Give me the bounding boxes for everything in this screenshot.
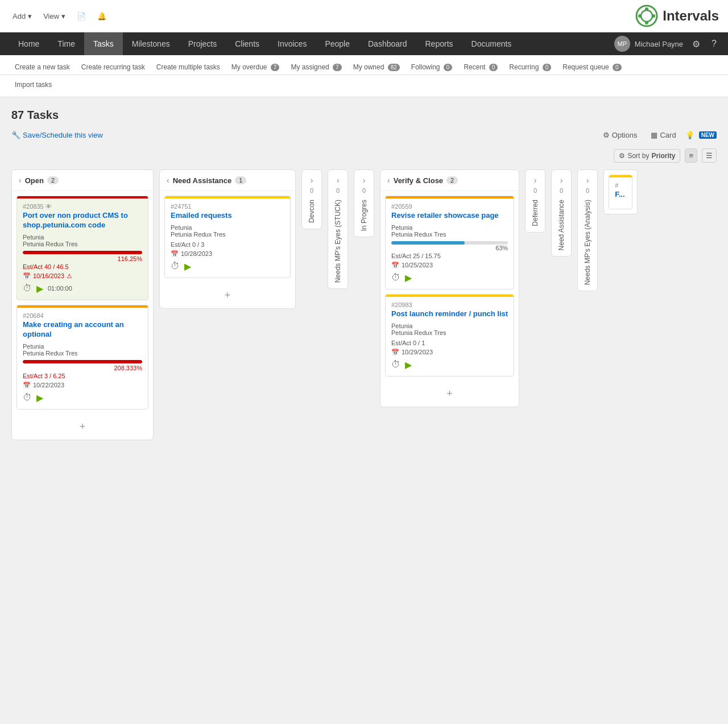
card-20835-id: #20835 👁 — [23, 203, 142, 210]
compact-view-toggle[interactable]: ☰ — [702, 148, 717, 163]
col-need-assistance-body: #24751 Emailed requests Petunia Petunia … — [160, 191, 295, 283]
col-verify-close: ‹ Verify & Close 2 #20559 Revise retaile… — [380, 169, 519, 407]
notifications-button[interactable]: 🔔 — [94, 10, 110, 23]
card-20835-client: Petunia Redux Tres — [23, 241, 142, 247]
card-20983-id: #20983 — [391, 301, 508, 308]
card-20684-progress — [23, 360, 142, 363]
subnav-my-overdue[interactable]: My overdue 7 — [226, 60, 286, 75]
card-20559-date: 📅 10/25/2023 — [391, 262, 508, 269]
card-20559[interactable]: #20559 Revise retailer showcase page Pet… — [385, 196, 514, 289]
card-24751-timer-btn[interactable]: ⏱ — [171, 261, 180, 271]
subnav-request-queue[interactable]: Request queue 0 — [557, 60, 627, 75]
nav-item-tasks[interactable]: Tasks — [84, 32, 123, 55]
col-verify-close-add-btn[interactable]: + — [385, 383, 514, 404]
col-open-add-btn[interactable]: + — [16, 416, 148, 437]
card-20684-client: Petunia Redux Tres — [23, 350, 142, 357]
col-verify-close-toggle[interactable]: ‹ — [387, 176, 390, 185]
col-needs-mp-stuck-label: Needs MP's Eyes (STUCK) — [334, 200, 342, 283]
card-20835-timer-btn[interactable]: ⏱ — [23, 283, 32, 293]
card-20684[interactable]: #20684 Make creating an account an optio… — [16, 305, 148, 409]
card-20559-title[interactable]: Revise retailer showcase page — [391, 211, 508, 221]
card-20559-pct: 63% — [391, 245, 508, 251]
col-needs-mp-stuck-toggle[interactable]: › — [337, 176, 340, 185]
options-button[interactable]: ⚙ Options — [598, 129, 642, 142]
card-24751-title[interactable]: Emailed requests — [171, 211, 284, 221]
notes-button[interactable]: 📄 — [73, 10, 89, 23]
subnav-my-assigned[interactable]: My assigned 7 — [285, 60, 347, 75]
col-needs-mp-analysis-toggle[interactable]: › — [586, 176, 589, 185]
card-24751-project: Petunia — [171, 224, 284, 231]
col-open-toggle[interactable]: ‹ — [19, 176, 22, 185]
board: ‹ Open 2 #20835 👁 Port over non product … — [11, 169, 717, 440]
card-20559-play-btn[interactable]: ▶ — [405, 272, 412, 283]
list-view-toggle[interactable]: ≡ — [685, 148, 697, 163]
subnav-create-multiple-tasks[interactable]: Create multiple tasks — [151, 60, 226, 75]
nav-item-clients[interactable]: Clients — [226, 32, 268, 55]
card-20983-title[interactable]: Post launch reminder / punch list — [391, 309, 508, 319]
card-20559-priority-bar — [386, 196, 514, 198]
card-20983-play-btn[interactable]: ▶ — [405, 359, 412, 370]
col-partial-body: # F... — [604, 170, 637, 214]
card-20684-actions: ⏱ ▶ — [23, 392, 142, 403]
toolbar-right: ⚙ Options ▦ Card 💡 NEW — [598, 129, 717, 142]
col-need-assistance-footer: + — [160, 283, 295, 308]
nav-item-reports[interactable]: Reports — [416, 32, 462, 55]
col-devcon-label: Devcon — [308, 200, 316, 223]
view-button[interactable]: View ▾ — [40, 10, 69, 23]
nav-item-invoices[interactable]: Invoices — [268, 32, 316, 55]
col-in-progress-toggle[interactable]: › — [363, 176, 366, 185]
card-24751-play-btn[interactable]: ▶ — [184, 261, 191, 272]
nav-item-people[interactable]: People — [316, 32, 359, 55]
card-20835-title[interactable]: Port over non product CMS to shop.petuni… — [23, 211, 142, 230]
card-20559-actions: ⏱ ▶ — [391, 272, 508, 283]
nav-item-time[interactable]: Time — [48, 32, 84, 55]
card-partial[interactable]: # F... — [609, 175, 632, 209]
svg-point-1 — [641, 10, 652, 22]
card-20559-timer-btn[interactable]: ⏱ — [391, 272, 400, 283]
nav-item-milestones[interactable]: Milestones — [123, 32, 179, 55]
card-20983-timer-btn[interactable]: ⏱ — [391, 359, 400, 370]
svg-point-3 — [645, 21, 648, 24]
col-need-assistance-add-btn[interactable]: + — [164, 285, 291, 306]
card-20684-play-btn[interactable]: ▶ — [36, 392, 43, 403]
card-20684-title[interactable]: Make creating an account an optional — [23, 320, 142, 340]
col-need-assistance-2-label: Need Assistance — [557, 200, 565, 250]
sort-button[interactable]: ⚙ Sort by Priority — [614, 149, 680, 163]
card-20684-project: Petunia — [23, 343, 142, 350]
card-20684-priority-bar — [17, 305, 148, 308]
card-20684-timer-btn[interactable]: ⏱ — [23, 392, 32, 403]
subnav-recurring[interactable]: Recurring 0 — [503, 60, 557, 75]
col-open-count: 2 — [47, 176, 59, 184]
card-20835[interactable]: #20835 👁 Port over non product CMS to sh… — [16, 196, 148, 300]
card-20835-progress — [23, 251, 142, 254]
nav-item-projects[interactable]: Projects — [179, 32, 226, 55]
card-20983[interactable]: #20983 Post launch reminder / punch list… — [385, 294, 514, 377]
add-button[interactable]: Add ▾ — [9, 10, 35, 23]
nav-item-documents[interactable]: Documents — [462, 32, 521, 55]
subnav-import-tasks[interactable]: Import tasks — [9, 77, 57, 92]
nav-item-dashboard[interactable]: Dashboard — [359, 32, 416, 55]
col-need-assistance-toggle[interactable]: ‹ — [167, 176, 169, 185]
subnav-following[interactable]: Following 0 — [406, 60, 458, 75]
col-need-assistance-header: ‹ Need Assistance 1 — [160, 170, 295, 191]
help-button[interactable]: ? — [709, 36, 719, 51]
main-content: 87 Tasks 🔧 Save/Schedule this view ⚙ Opt… — [0, 97, 728, 452]
card-20835-pct: 116.25% — [23, 255, 142, 262]
card-view-button[interactable]: ▦ Card — [646, 129, 680, 142]
subnav-recent[interactable]: Recent 0 — [458, 60, 503, 75]
card-24751-id: #24751 — [171, 203, 284, 210]
nav-item-home[interactable]: Home — [9, 32, 48, 55]
subnav-create-new-task[interactable]: Create a new task — [9, 60, 76, 75]
col-deferred-toggle[interactable]: › — [534, 176, 537, 185]
subnav-my-owned[interactable]: My owned 82 — [348, 60, 406, 75]
subnav-create-recurring-task[interactable]: Create recurring task — [76, 60, 151, 75]
top-bar: Add ▾ View ▾ 📄 🔔 Intervals — [0, 0, 728, 32]
col-verify-close-label: Verify & Close — [394, 176, 443, 185]
card-24751[interactable]: #24751 Emailed requests Petunia Petunia … — [164, 196, 291, 278]
col-devcon-toggle[interactable]: › — [311, 176, 313, 185]
settings-button[interactable]: ⚙ — [690, 36, 702, 52]
col-devcon: › 0 Devcon — [301, 169, 322, 229]
card-20835-play-btn[interactable]: ▶ — [36, 283, 43, 294]
save-schedule-link[interactable]: 🔧 Save/Schedule this view — [11, 131, 103, 139]
col-need-assistance-2-toggle[interactable]: › — [560, 176, 563, 185]
